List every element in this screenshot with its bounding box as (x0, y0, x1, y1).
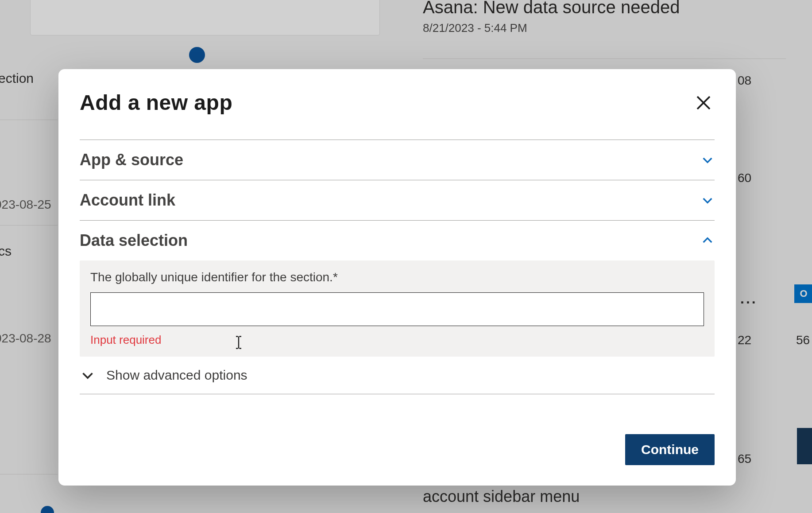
section-app-source[interactable]: App & source (80, 140, 715, 180)
data-selection-panel: The globally unique identifier for the s… (80, 260, 715, 357)
show-advanced-label: Show advanced options (106, 368, 247, 383)
section-app-source-title: App & source (80, 151, 183, 169)
modal-title: Add a new app (80, 90, 232, 115)
close-icon (694, 93, 713, 112)
modal-body: App & source Account link Data selection… (58, 140, 736, 394)
section-account-link-title: Account link (80, 191, 175, 210)
modal-footer: Continue (625, 434, 715, 465)
modal-header: Add a new app (58, 69, 736, 118)
section-data-selection[interactable]: Data selection (80, 220, 715, 260)
chevron-down-icon (80, 367, 96, 383)
continue-button[interactable]: Continue (625, 434, 715, 465)
identifier-error: Input required (90, 333, 704, 347)
section-account-link[interactable]: Account link (80, 180, 715, 220)
section-data-selection-title: Data selection (80, 231, 188, 250)
identifier-field-label: The globally unique identifier for the s… (90, 270, 704, 284)
close-button[interactable] (692, 92, 715, 114)
chevron-down-icon (700, 153, 715, 167)
identifier-input[interactable] (90, 292, 704, 326)
chevron-up-icon (700, 233, 715, 248)
show-advanced-toggle[interactable]: Show advanced options (80, 357, 715, 394)
chevron-down-icon (700, 193, 715, 207)
add-app-modal: Add a new app App & source Account link … (58, 69, 736, 486)
